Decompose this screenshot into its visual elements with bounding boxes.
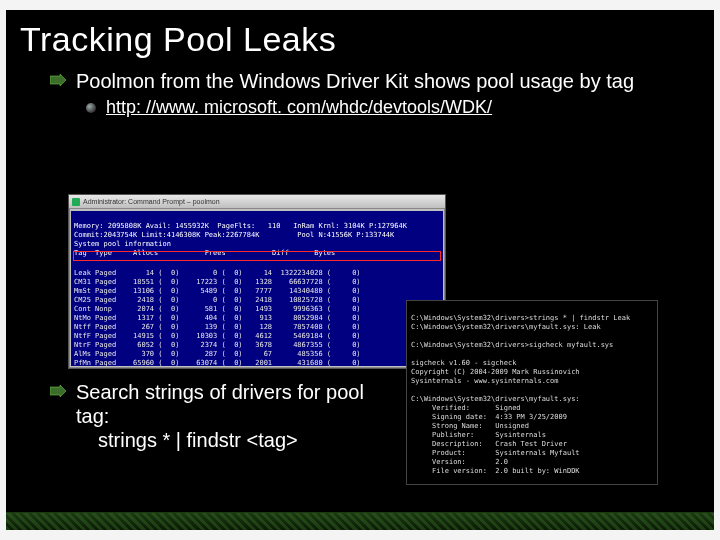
poolmon-row: Cont Nonp 2074 ( 0) 581 ( 0) 1493 999636… (74, 305, 361, 313)
cmd-line: Copyright (C) 2004-2009 Mark Russinovich (411, 368, 580, 376)
poolmon-row: AlMs Paged 370 ( 0) 287 ( 0) 67 485356 (… (74, 350, 361, 358)
poolmon-cols: Tag Type Allocs Frees Diff Bytes (74, 249, 335, 257)
cmd-line: sigcheck v1.60 - sigcheck (411, 359, 516, 367)
bullet-1-sub: http: //www. microsoft. com/whdc/devtool… (50, 97, 670, 118)
poolmon-row: CM25 Paged 2418 ( 0) 0 ( 0) 2418 1082572… (74, 296, 361, 304)
cmd-line: Strong Name: Unsigned (411, 422, 529, 430)
svg-marker-1 (50, 385, 66, 397)
cmd-line: Description: Crash Test Driver (411, 440, 567, 448)
sigcheck-window: C:\Windows\System32\drivers>strings * | … (406, 300, 658, 485)
poolmon-row: CM31 Paged 18551 ( 0) 17223 ( 0) 1328 66… (74, 278, 361, 286)
footer-accent (6, 512, 714, 530)
cmd-line: File version: 2.0 built by: WinDDK (411, 467, 580, 475)
poolmon-row: MmSt Paged 13106 ( 0) 5489 ( 0) 7777 143… (74, 287, 361, 295)
poolmon-window: Administrator: Command Prompt – poolmon … (68, 194, 446, 369)
cmd-line: C:\Windows\System32\drivers>strings * | … (411, 314, 630, 322)
cmd-line: Signing date: 4:33 PM 3/25/2009 (411, 413, 567, 421)
bullet-2-text: Search strings of drivers for pool tag: (76, 381, 364, 427)
cmd-line: C:\Windows\System32\drivers\myfault.sys:… (411, 323, 601, 331)
cmd-line: Verified: Signed (411, 404, 521, 412)
poolmon-client: Memory: 2095808K Avail: 1455932K PageFlt… (71, 211, 443, 366)
poolmon-header3: System pool information (74, 240, 171, 248)
cmd-line: Publisher: Sysinternals (411, 431, 546, 439)
arrow-bullet-icon (50, 74, 66, 86)
wdk-link[interactable]: http: //www. microsoft. com/whdc/devtool… (106, 97, 492, 117)
bullet-2-cmd: strings * | findstr <tag> (98, 428, 390, 452)
poolmon-header2: Commit:2043754K Limit:4146308K Peak:2267… (74, 231, 394, 239)
cmd-line: Product: Sysinternals Myfault (411, 449, 580, 457)
cmd-icon (72, 198, 80, 206)
poolmon-row: NtrF Paged 6052 ( 0) 2374 ( 0) 3678 4867… (74, 341, 361, 349)
arrow-bullet-icon (50, 385, 66, 397)
cmd-line: Version: 2.0 (411, 458, 508, 466)
slide-title: Tracking Pool Leaks (6, 10, 714, 65)
slide-body: Poolmon from the Windows Driver Kit show… (6, 65, 714, 118)
poolmon-row: Leak Paged 14 ( 0) 0 ( 0) 14 1322234028 … (74, 269, 361, 277)
cmd-line: C:\Windows\System32\drivers>sigcheck myf… (411, 341, 613, 349)
poolmon-titlebar: Administrator: Command Prompt – poolmon (69, 195, 445, 209)
bullet-1-text: Poolmon from the Windows Driver Kit show… (76, 70, 634, 92)
svg-marker-0 (50, 74, 66, 86)
circle-bullet-icon (86, 103, 96, 113)
poolmon-header1: Memory: 2095808K Avail: 1455932K PageFlt… (74, 222, 407, 230)
poolmon-row: NtfF Paged 14915 ( 0) 10303 ( 0) 4612 54… (74, 332, 361, 340)
poolmon-row: PfMn Paged 65960 ( 0) 63074 ( 0) 2001 43… (74, 359, 361, 366)
poolmon-row: NtMo Paged 1317 ( 0) 404 ( 0) 913 805298… (74, 314, 361, 322)
bullet-2-block: Search strings of drivers for pool tag: … (50, 380, 390, 456)
cmd-line: Sysinternals - www.sysinternals.com (411, 377, 559, 385)
poolmon-rows: Leak Paged 14 ( 0) 0 ( 0) 14 1322234028 … (74, 260, 440, 366)
bullet-2: Search strings of drivers for pool tag: … (50, 380, 390, 452)
slide: Tracking Pool Leaks Poolmon from the Win… (6, 10, 714, 530)
bullet-1: Poolmon from the Windows Driver Kit show… (50, 69, 670, 93)
cmd-line: C:\Windows\System32\drivers\myfault.sys: (411, 395, 580, 403)
poolmon-title-text: Administrator: Command Prompt – poolmon (83, 198, 220, 205)
poolmon-row: Ntff Paged 267 ( 0) 139 ( 0) 128 7857408… (74, 323, 361, 331)
